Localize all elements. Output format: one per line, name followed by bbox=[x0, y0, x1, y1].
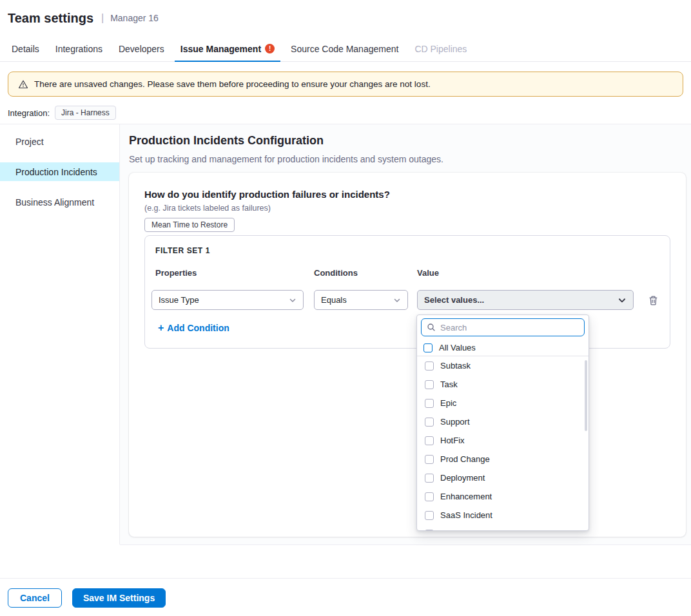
option-label: Deployment bbox=[440, 473, 485, 483]
value-column-header: Value bbox=[417, 268, 439, 278]
option-label: SaaS Incident bbox=[440, 510, 492, 520]
filter-set-1: FILTER SET 1 Properties Conditions Value… bbox=[144, 235, 670, 349]
tab-cd-pipelines-label: CD Pipelines bbox=[414, 44, 467, 54]
cancel-button[interactable]: Cancel bbox=[8, 588, 62, 608]
section-description: Set up tracking and management for produ… bbox=[129, 154, 443, 164]
option-checkbox[interactable] bbox=[425, 361, 434, 371]
unsaved-changes-banner: There are unsaved changes. Please save t… bbox=[8, 72, 683, 97]
option-checkbox[interactable] bbox=[425, 492, 434, 501]
option-hotfix[interactable]: HotFix bbox=[417, 431, 589, 450]
section-heading: Production Incidents Configuration bbox=[129, 134, 324, 148]
dropdown-search-input[interactable] bbox=[440, 323, 579, 332]
option-label: Task bbox=[440, 380, 458, 389]
option-epic[interactable]: Epic bbox=[417, 394, 589, 412]
team-settings-page: Team settings | Manager 16 Details Integ… bbox=[0, 0, 691, 616]
value-multiselect[interactable]: Select values... bbox=[417, 290, 634, 310]
warning-triangle-icon bbox=[18, 79, 28, 90]
option-subtask[interactable]: Subtask bbox=[417, 356, 589, 375]
plus-icon: + bbox=[158, 323, 164, 333]
option-label: Support bbox=[440, 417, 470, 427]
condition-select-value: Equals bbox=[321, 295, 347, 305]
option-enhancement[interactable]: Enhancement bbox=[417, 487, 589, 506]
option-customer-notification[interactable]: Customer Notification bbox=[417, 525, 589, 530]
properties-column-header: Properties bbox=[155, 268, 197, 278]
unsaved-changes-message: There are unsaved changes. Please save t… bbox=[34, 79, 431, 89]
settings-sidebar: Project Production Incidents Business Al… bbox=[0, 124, 120, 544]
tab-integrations-label: Integrations bbox=[55, 44, 102, 54]
chevron-down-icon bbox=[618, 296, 627, 305]
option-checkbox[interactable] bbox=[425, 418, 434, 427]
option-label: Enhancement bbox=[440, 492, 492, 501]
title-separator: | bbox=[101, 12, 104, 24]
content-bottom-divider bbox=[120, 544, 691, 545]
sidebar-item-production-incidents[interactable]: Production Incidents bbox=[0, 162, 119, 181]
integration-label: Integration: bbox=[8, 108, 50, 118]
option-checkbox[interactable] bbox=[425, 474, 434, 483]
option-checkbox[interactable] bbox=[425, 455, 434, 464]
tab-developers-label: Developers bbox=[119, 44, 164, 54]
sidebar-item-project-label: Project bbox=[15, 137, 44, 147]
add-condition-button[interactable]: + Add Condition bbox=[158, 323, 229, 333]
sidebar-item-business-alignment-label: Business Alignment bbox=[15, 197, 94, 207]
incidents-config-card: How do you identify production failures … bbox=[129, 173, 686, 537]
option-prod-change[interactable]: Prod Change bbox=[417, 450, 589, 468]
all-values-label: All Values bbox=[439, 343, 476, 352]
mean-time-to-restore-tag: Mean Time to Restore bbox=[144, 218, 235, 232]
dropdown-options-list: Subtask Task Epic Support HotFix Prod Ch… bbox=[417, 356, 589, 530]
value-dropdown-panel: All Values Subtask Task Epic Support Hot… bbox=[416, 314, 589, 531]
option-task[interactable]: Task bbox=[417, 375, 589, 394]
team-name-label: Manager 16 bbox=[110, 13, 159, 23]
sidebar-item-production-incidents-label: Production Incidents bbox=[15, 167, 97, 177]
integration-chip: Jira - Harness bbox=[55, 106, 116, 120]
option-checkbox[interactable] bbox=[425, 511, 434, 520]
tab-integrations[interactable]: Integrations bbox=[54, 36, 104, 61]
property-select-value: Issue Type bbox=[159, 295, 199, 305]
chevron-down-icon bbox=[289, 296, 297, 304]
footer-divider bbox=[0, 578, 691, 579]
unsaved-changes-badge-icon: ! bbox=[265, 44, 275, 53]
option-label: Epic bbox=[440, 398, 456, 408]
tab-source-code-management-label: Source Code Management bbox=[291, 44, 398, 54]
value-multiselect-placeholder: Select values... bbox=[424, 295, 484, 305]
save-im-settings-button[interactable]: Save IM Settings bbox=[72, 588, 166, 608]
footer-actions: Cancel Save IM Settings bbox=[8, 588, 166, 608]
tab-source-code-management[interactable]: Source Code Management bbox=[289, 36, 400, 61]
option-deployment[interactable]: Deployment bbox=[417, 468, 589, 487]
settings-tab-bar: Details Integrations Developers Issue Ma… bbox=[0, 36, 691, 62]
dropdown-scrollbar[interactable] bbox=[585, 360, 587, 431]
search-icon bbox=[427, 323, 436, 332]
property-select[interactable]: Issue Type bbox=[151, 290, 304, 310]
page-header: Team settings | Manager 16 bbox=[0, 0, 691, 36]
trash-icon bbox=[648, 295, 659, 306]
identify-failures-hint: (e.g. Jira tickets labeled as failures) bbox=[144, 204, 271, 213]
filter-set-title: FILTER SET 1 bbox=[155, 246, 210, 255]
production-incidents-panel: Production Incidents Configuration Set u… bbox=[120, 124, 691, 544]
tab-issue-management-label: Issue Management bbox=[180, 44, 261, 54]
option-checkbox[interactable] bbox=[425, 399, 434, 408]
dropdown-search-box bbox=[421, 318, 585, 336]
identify-failures-question: How do you identify production failures … bbox=[144, 189, 390, 200]
option-saas-incident[interactable]: SaaS Incident bbox=[417, 506, 589, 525]
delete-condition-button[interactable] bbox=[647, 294, 659, 307]
chevron-down-icon bbox=[393, 296, 401, 304]
tab-developers[interactable]: Developers bbox=[117, 36, 166, 61]
add-condition-label: Add Condition bbox=[167, 323, 229, 333]
option-label: HotFix bbox=[440, 436, 465, 445]
option-checkbox[interactable] bbox=[425, 436, 434, 445]
page-title: Team settings bbox=[8, 11, 93, 26]
tab-details[interactable]: Details bbox=[10, 36, 41, 61]
sidebar-item-project[interactable]: Project bbox=[0, 132, 119, 151]
conditions-column-header: Conditions bbox=[314, 268, 358, 278]
option-all-values[interactable]: All Values bbox=[417, 340, 589, 355]
integration-row: Integration: Jira - Harness bbox=[8, 105, 116, 120]
all-values-checkbox[interactable] bbox=[423, 343, 433, 352]
option-support[interactable]: Support bbox=[417, 412, 589, 431]
tab-details-label: Details bbox=[12, 44, 39, 54]
condition-select[interactable]: Equals bbox=[314, 290, 408, 310]
option-checkbox[interactable] bbox=[425, 380, 434, 389]
tab-cd-pipelines: CD Pipelines bbox=[413, 36, 468, 61]
option-label: Subtask bbox=[440, 361, 471, 371]
sidebar-item-business-alignment[interactable]: Business Alignment bbox=[0, 193, 119, 211]
option-checkbox[interactable] bbox=[425, 530, 434, 531]
tab-issue-management[interactable]: Issue Management ! bbox=[179, 36, 276, 61]
